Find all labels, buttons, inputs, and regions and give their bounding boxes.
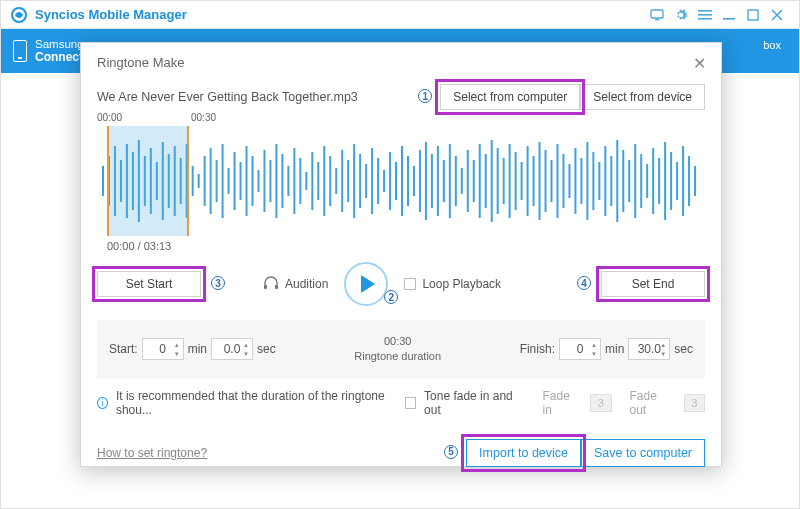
phone-icon: [13, 40, 27, 62]
modal-close-icon[interactable]: ✕: [689, 53, 709, 73]
playback-time-status: 00:00 / 03:13: [107, 240, 721, 252]
app-logo-icon: [11, 7, 27, 23]
svg-rect-108: [264, 285, 267, 289]
waveform-editor[interactable]: 00:00 00:30: [97, 126, 705, 236]
recommendation-text: It is recommended that the duration of t…: [116, 389, 389, 417]
save-to-computer-button[interactable]: Save to computer: [581, 439, 705, 467]
select-from-computer-button[interactable]: Select from computer: [440, 84, 580, 110]
svg-rect-6: [723, 18, 735, 20]
svg-rect-5: [698, 18, 712, 20]
finish-sec-input[interactable]: 30.0▲▼: [628, 338, 670, 360]
annotation-5: 5: [444, 445, 458, 459]
device-status: Connect: [35, 50, 84, 64]
duration-panel: Start: 0▲▼ min 0.0▲▼ sec 00:30 Ringtone …: [97, 320, 705, 379]
ringtone-duration-label: Ringtone duration: [276, 349, 520, 364]
info-icon: i: [97, 397, 108, 409]
min-unit: min: [188, 342, 207, 356]
audio-filename: We Are Never Ever Getting Back Together.…: [97, 90, 440, 104]
tone-fade-checkbox[interactable]: [405, 397, 416, 409]
selection-end-label: 00:30: [191, 112, 216, 123]
start-label: Start:: [109, 342, 138, 356]
fade-in-label: Fade in: [543, 389, 579, 417]
loop-playback-checkbox[interactable]: Loop Playback: [404, 277, 501, 291]
set-start-button[interactable]: Set Start: [97, 271, 201, 297]
play-button[interactable]: [344, 262, 388, 306]
maximize-icon[interactable]: [741, 1, 765, 29]
modal-title: Ringtone Make: [81, 43, 721, 78]
svg-rect-3: [698, 10, 712, 12]
menu-icon[interactable]: [693, 1, 717, 29]
fade-out-value[interactable]: 3: [684, 394, 706, 412]
svg-rect-1: [651, 10, 663, 18]
set-end-button[interactable]: Set End: [601, 271, 705, 297]
selection-start-label: 00:00: [97, 112, 122, 123]
gear-icon[interactable]: [669, 1, 693, 29]
minimize-icon[interactable]: [717, 1, 741, 29]
ringtone-duration-time: 00:30: [276, 334, 520, 349]
fade-in-value[interactable]: 3: [590, 394, 612, 412]
fade-out-label: Fade out: [630, 389, 672, 417]
selection-range[interactable]: [107, 126, 189, 236]
app-window: Syncios Mobile Manager Samsung Connect b…: [0, 0, 800, 509]
svg-rect-4: [698, 14, 712, 16]
sec-unit: sec: [257, 342, 276, 356]
tone-fade-label: Tone fade in and out: [424, 389, 520, 417]
toolbox-icon-label: box: [763, 39, 781, 51]
svg-rect-7: [748, 10, 758, 20]
annotation-3: 3: [211, 276, 225, 290]
device-name: Samsung: [35, 38, 84, 50]
finish-min-input[interactable]: 0▲▼: [559, 338, 601, 360]
select-from-device-button[interactable]: Select from device: [580, 84, 705, 110]
audition-label: Audition: [285, 277, 328, 291]
import-to-device-button[interactable]: Import to device: [466, 439, 581, 467]
sec-unit-2: sec: [674, 342, 693, 356]
headphone-icon: [263, 276, 279, 293]
min-unit-2: min: [605, 342, 624, 356]
device-tile[interactable]: Samsung Connect: [13, 38, 84, 64]
annotation-4: 4: [577, 276, 591, 290]
checkbox-icon: [404, 278, 416, 290]
loop-label: Loop Playback: [422, 277, 501, 291]
titlebar: Syncios Mobile Manager: [1, 1, 799, 29]
finish-label: Finish:: [520, 342, 555, 356]
svg-rect-2: [655, 19, 659, 20]
annotation-2: 2: [384, 290, 398, 304]
how-to-link[interactable]: How to set ringtone?: [97, 446, 207, 460]
audition-button[interactable]: Audition: [263, 276, 328, 293]
start-sec-input[interactable]: 0.0▲▼: [211, 338, 253, 360]
app-title: Syncios Mobile Manager: [35, 7, 187, 22]
screen-icon[interactable]: [645, 1, 669, 29]
ringtone-make-modal: Ringtone Make ✕ We Are Never Ever Gettin…: [80, 42, 722, 467]
close-icon[interactable]: [765, 1, 789, 29]
start-min-input[interactable]: 0▲▼: [142, 338, 184, 360]
svg-rect-109: [275, 285, 278, 289]
